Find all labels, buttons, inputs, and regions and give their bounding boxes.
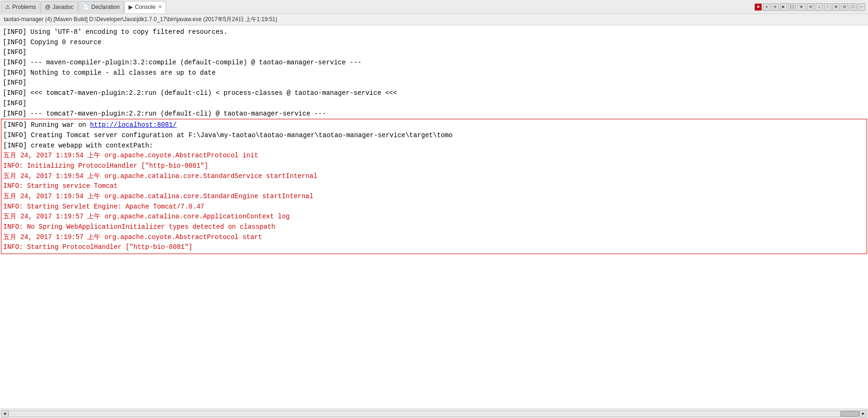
line-14: INFO: Initializing ProtocolHandler ["htt…: [3, 161, 865, 171]
localhost-link[interactable]: http://localhost:8081/: [90, 121, 177, 129]
scrollbar-track[interactable]: [8, 410, 860, 417]
console-title: taotao-manager (4) [Maven Build] D:\Deve…: [4, 15, 277, 23]
declaration-icon: 📄: [83, 4, 90, 10]
tab-console[interactable]: ▶ Console ✕: [124, 1, 166, 13]
line-5: [INFO] Nothing to compile - all classes …: [3, 68, 865, 78]
tab-declaration-label: Declaration: [91, 4, 120, 10]
tab-problems-label: Problems: [12, 4, 36, 10]
line-9: [INFO] --- tomcat7-maven-plugin:2.2:run …: [3, 109, 865, 119]
line-6: [INFO]: [3, 78, 865, 88]
console-icon: ▶: [129, 4, 133, 10]
toolbar-btn-7[interactable]: ↑: [824, 3, 831, 11]
line-20: INFO: No Spring WebApplicationInitialize…: [3, 222, 865, 232]
scroll-right-arrow[interactable]: ▶: [860, 410, 867, 418]
toolbar-btn-3[interactable]: ||: [788, 3, 796, 11]
tab-bar: ⚠ Problems @ Javadoc 📄 Declaration ▶ Con…: [0, 0, 868, 14]
close-console-button[interactable]: ✕: [763, 3, 770, 11]
toolbar-btn-8[interactable]: ⊞: [832, 3, 840, 11]
line-11: [INFO] Creating Tomcat server configurat…: [3, 131, 865, 141]
tab-declaration[interactable]: 📄 Declaration: [78, 1, 124, 13]
toolbar-btn-2[interactable]: ▶: [780, 3, 787, 11]
line-10: [INFO] Running war on http://localhost:8…: [3, 120, 865, 131]
toolbar-right: ■ ✕ ⊘ ▶ || ⊞ ⊟ ↓ ↑ ⊞ ⊟ □ —: [754, 3, 867, 11]
console-content: [INFO] Using 'UTF-8' encoding to copy fi…: [3, 27, 865, 254]
line-3: [INFO]: [3, 47, 865, 58]
minimize-button[interactable]: —: [858, 3, 865, 11]
tab-javadoc-label: Javadoc: [53, 4, 74, 10]
tab-console-label: Console: [135, 4, 155, 10]
line-22: INFO: Starting ProtocolHandler ["http-bi…: [3, 242, 865, 253]
tab-console-close[interactable]: ✕: [158, 4, 162, 9]
stop-button[interactable]: ■: [754, 3, 762, 11]
scrollbar-thumb[interactable]: [840, 411, 859, 417]
problems-icon: ⚠: [5, 4, 10, 10]
line-13: 五月 24, 2017 1:19:54 上午 org.apache.coyote…: [3, 151, 865, 161]
tab-javadoc[interactable]: @ Javadoc: [41, 1, 78, 13]
toolbar-btn-1[interactable]: ⊘: [771, 3, 779, 11]
maximize-button[interactable]: □: [849, 3, 857, 11]
line-18: INFO: Starting Servlet Engine: Apache To…: [3, 202, 865, 212]
line-16: INFO: Starting service Tomcat: [3, 181, 865, 192]
toolbar-btn-9[interactable]: ⊟: [841, 3, 848, 11]
tab-problems[interactable]: ⚠ Problems: [1, 1, 40, 13]
line-21: 五月 24, 2017 1:19:57 上午 org.apache.coyote…: [3, 232, 865, 243]
scroll-left-arrow[interactable]: ◀: [1, 410, 8, 418]
line-19: 五月 24, 2017 1:19:57 上午 org.apache.catali…: [3, 212, 865, 222]
line-1: [INFO] Using 'UTF-8' encoding to copy fi…: [3, 27, 865, 38]
toolbar-btn-6[interactable]: ↓: [815, 3, 823, 11]
line-17: 五月 24, 2017 1:19:54 上午 org.apache.catali…: [3, 192, 865, 202]
bordered-section: [INFO] Running war on http://localhost:8…: [1, 119, 867, 254]
toolbar-btn-4[interactable]: ⊞: [797, 3, 806, 11]
scrollbar-bottom: ◀ ▶: [0, 409, 868, 418]
line-7: [INFO] <<< tomcat7-maven-plugin:2.2:run …: [3, 88, 865, 99]
toolbar-btn-5[interactable]: ⊟: [807, 3, 815, 11]
javadoc-icon: @: [45, 4, 51, 10]
line-15: 五月 24, 2017 1:19:54 上午 org.apache.catali…: [3, 171, 865, 182]
title-bar: taotao-manager (4) [Maven Build] D:\Deve…: [0, 14, 868, 25]
line-4: [INFO] --- maven-compiler-plugin:3.2:com…: [3, 58, 865, 68]
console-area[interactable]: [INFO] Using 'UTF-8' encoding to copy fi…: [0, 25, 868, 409]
line-8: [INFO]: [3, 99, 865, 109]
line-12: [INFO] create webapp with contextPath:: [3, 141, 865, 151]
line-2: [INFO] Copying 0 resource: [3, 38, 865, 48]
